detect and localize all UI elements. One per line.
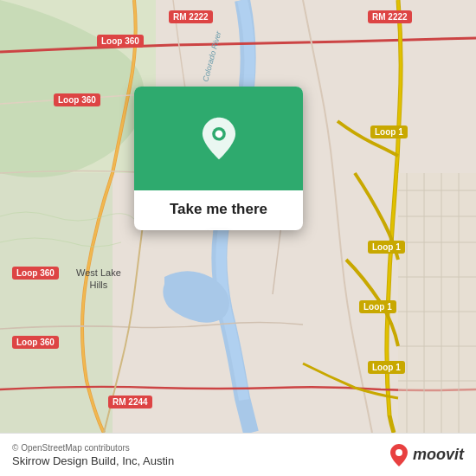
- take-me-there-button[interactable]: Take me there: [134, 190, 303, 230]
- road-label-loop1-1: Loop 1: [370, 125, 408, 138]
- moovit-logo: moovit: [389, 443, 464, 467]
- road-label-loop1-2: Loop 1: [368, 241, 405, 254]
- copyright-text: © OpenStreetMap contributors: [12, 443, 174, 453]
- popup-tail: [209, 229, 229, 230]
- popup-card: Take me there: [134, 87, 303, 230]
- map-container: Colorado River RM 2222 RM 2222 Loop 360 …: [0, 0, 476, 433]
- svg-rect-2: [0, 173, 113, 433]
- svg-rect-3: [398, 173, 476, 433]
- bottom-left-info: © OpenStreetMap contributors Skirrow Des…: [12, 443, 174, 467]
- road-label-loop360-4: Loop 360: [12, 336, 59, 349]
- svg-point-17: [215, 130, 222, 138]
- road-label-loop1-4: Loop 1: [368, 361, 405, 374]
- svg-point-18: [396, 449, 402, 456]
- road-label-rm2222-right: RM 2222: [368, 10, 412, 23]
- road-label-loop360-1: Loop 360: [97, 35, 144, 48]
- road-label-loop1-3: Loop 1: [359, 300, 396, 313]
- road-label-rm2244: RM 2244: [108, 396, 152, 408]
- road-label-rm2222-top: RM 2222: [169, 10, 213, 23]
- popup-green-area: [134, 87, 303, 190]
- road-label-loop360-3: Loop 360: [12, 267, 59, 280]
- location-pin-icon: [196, 116, 241, 161]
- location-name-text: Skirrow Design Build, Inc, Austin: [12, 454, 174, 467]
- moovit-brand-text: moovit: [413, 446, 464, 464]
- place-label-west-lake-hills: West LakeHills: [76, 267, 121, 292]
- road-label-loop360-2: Loop 360: [54, 93, 100, 106]
- bottom-bar: © OpenStreetMap contributors Skirrow Des…: [0, 433, 476, 476]
- moovit-pin-icon: [389, 443, 408, 467]
